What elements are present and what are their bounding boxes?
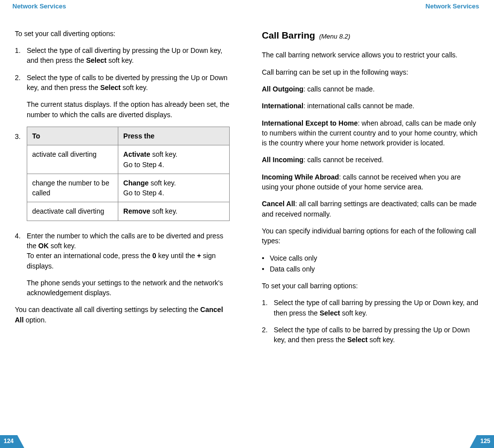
page-number: 124 (0, 435, 17, 448)
bold-text: OK (38, 242, 49, 250)
table-row: activate call diverting Activate soft ke… (27, 145, 230, 174)
text: : international calls cannot be made. (303, 102, 414, 110)
text: soft key. (340, 309, 367, 317)
list-item: • Voice calls only (262, 253, 479, 263)
intro-text: To set your call diverting options: (15, 29, 232, 39)
bullet-marker: • (262, 264, 270, 274)
para: The call barring network service allows … (262, 50, 479, 60)
step-1: 1. Select the type of call barring by pr… (262, 298, 479, 318)
action-table: To Press the activate call diverting Act… (27, 127, 230, 221)
header-right: Network Services (262, 2, 479, 11)
step-4: 4. Enter the number to which the calls a… (15, 231, 232, 298)
step-content: Select the type of calls to be diverted … (27, 73, 232, 120)
bold-text: Select (347, 336, 367, 344)
bold-text: Select (320, 309, 340, 317)
step-2: 2. Select the type of calls to be barred… (262, 325, 479, 345)
bold-text: All Incoming (262, 156, 303, 164)
text: To enter an international code, press th… (27, 252, 152, 260)
bullet-text: Data calls only (270, 264, 315, 274)
page-number: 125 (477, 435, 494, 448)
option-cancel-all: Cancel All: all call barring settings ar… (262, 199, 479, 219)
page-number-decoration (17, 435, 24, 448)
step-3-table: 3. To Press the activate call diverting … (15, 127, 232, 221)
para: Call barring can be set up in the follow… (262, 67, 479, 77)
bold-text: International (262, 102, 303, 110)
bullet-marker: • (262, 253, 270, 263)
bold-text: Cancel All (262, 200, 295, 208)
text: soft key. (150, 150, 178, 158)
page-number-decoration (470, 435, 477, 448)
option-intl-except-home: International Except to Home: when abroa… (262, 118, 479, 148)
table-cell: change the number to be called (27, 174, 118, 202)
step-marker: 3. (15, 127, 27, 221)
text: Select the type of call barring by press… (274, 299, 478, 316)
step-note: The current status displays. If the opti… (27, 99, 232, 120)
step-note: The phone sends your settings to the net… (27, 278, 232, 298)
bold-text: All Outgoing (262, 85, 303, 93)
step-content: Select the type of call diverting by pre… (27, 45, 232, 66)
page-left: Network Services To set your call divert… (0, 0, 247, 448)
bold-text: Select (100, 84, 120, 91)
bold-text: + (197, 252, 201, 260)
text: : calls cannot be received. (303, 156, 384, 164)
text: soft key. (106, 56, 134, 64)
table-cell: Change soft key.Go to Step 4. (118, 174, 230, 202)
step-2: 2. Select the type of calls to be divert… (15, 73, 232, 120)
header-left: Network Services (12, 2, 232, 11)
para: To set your call barring options: (262, 281, 479, 291)
text: soft key. (368, 336, 395, 344)
text: soft key. (121, 84, 148, 91)
menu-reference: (Menu 8.2) (319, 33, 350, 40)
bold-text: Remove (123, 207, 150, 215)
table-header-row: To Press the (27, 127, 230, 145)
text: You can deactivate all call diverting se… (15, 306, 200, 314)
bold-text: Select (86, 56, 106, 64)
outro-text: You can deactivate all call diverting se… (15, 305, 232, 325)
bold-text: Change (123, 179, 148, 187)
text: soft key. (148, 179, 176, 187)
table-header: To (27, 127, 118, 145)
table-cell: Activate soft key.Go to Step 4. (118, 145, 230, 174)
section-title: Call Barring(Menu 8.2) (262, 29, 479, 43)
para: You can specify individual barring optio… (262, 226, 479, 246)
table-header: Press the (118, 127, 230, 145)
step-content: Select the type of call barring by press… (274, 298, 479, 318)
bold-text: International Except to Home (262, 119, 358, 127)
text: option. (24, 316, 47, 324)
list-item: • Data calls only (262, 264, 479, 274)
step-marker: 1. (15, 45, 27, 66)
option-all-outgoing: All Outgoing: calls cannot be made. (262, 84, 479, 94)
bold-text: 0 (152, 252, 156, 260)
table-cell: Remove soft key. (118, 202, 230, 221)
table-row: deactivate call diverting Remove soft ke… (27, 202, 230, 221)
option-incoming-abroad: Incoming While Abroad: calls cannot be r… (262, 172, 479, 192)
text: soft key. (49, 242, 76, 250)
table-row: change the number to be called Change so… (27, 174, 230, 202)
bold-text: Activate (123, 150, 150, 158)
text: Go to Step 4. (123, 189, 164, 197)
option-all-incoming: All Incoming: calls cannot be received. (262, 155, 479, 165)
bullet-text: Voice calls only (270, 253, 317, 263)
bullet-list: • Voice calls only • Data calls only (262, 253, 479, 274)
table-cell: activate call diverting (27, 145, 118, 174)
step-1: 1. Select the type of call diverting by … (15, 45, 232, 66)
text: key until the (156, 252, 198, 260)
step-marker: 2. (262, 325, 274, 345)
option-international: International: international calls canno… (262, 101, 479, 111)
step-content: Select the type of calls to be barred by… (274, 325, 479, 345)
table-cell: deactivate call diverting (27, 202, 118, 221)
step-content: Enter the number to which the calls are … (27, 231, 232, 298)
step-marker: 1. (262, 298, 274, 318)
step-marker: 2. (15, 73, 27, 120)
step-marker: 4. (15, 231, 27, 298)
title-text: Call Barring (262, 30, 315, 41)
text: soft key. (150, 207, 178, 215)
bold-text: Incoming While Abroad (262, 173, 339, 181)
text: Go to Step 4. (123, 161, 164, 169)
page-right: Network Services Call Barring(Menu 8.2) … (247, 0, 494, 448)
text: : calls cannot be made. (303, 85, 375, 93)
